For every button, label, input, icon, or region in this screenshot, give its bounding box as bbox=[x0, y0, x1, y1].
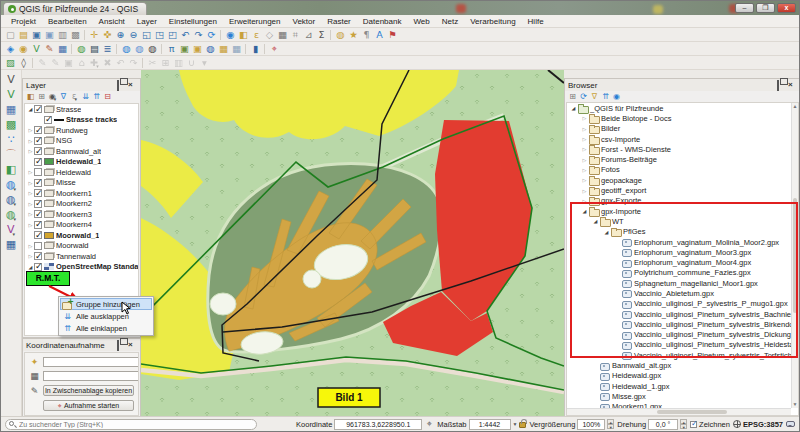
layer-visibility-checkbox[interactable] bbox=[34, 200, 42, 208]
browser-item[interactable]: WT bbox=[567, 216, 791, 226]
menu-item[interactable]: Bearbeiten bbox=[42, 16, 93, 27]
add-selected-layers-icon[interactable]: ⊞ bbox=[567, 92, 578, 102]
remove-layer-icon[interactable]: ⊟ bbox=[102, 92, 113, 102]
expander-icon[interactable] bbox=[581, 155, 588, 165]
filter-by-expression-icon[interactable]: ε bbox=[69, 92, 80, 102]
rotation-spinner[interactable]: ▲▼ bbox=[680, 419, 687, 429]
browser-item[interactable]: Heidewald.gpx bbox=[567, 371, 791, 381]
layer-visibility-checkbox[interactable] bbox=[34, 242, 42, 250]
expander-icon[interactable] bbox=[592, 216, 599, 226]
new-bookmark-icon[interactable]: ★ bbox=[347, 29, 360, 41]
expander-icon[interactable] bbox=[581, 124, 588, 134]
zoom-in-icon[interactable]: ⊕ bbox=[114, 29, 127, 41]
menu-item[interactable]: Layer bbox=[131, 16, 163, 27]
menu-item[interactable]: Datenbank bbox=[357, 16, 408, 27]
scroll-up-icon[interactable]: ▲ bbox=[792, 103, 798, 110]
add-arcgis-layer-icon[interactable]: V bbox=[4, 222, 19, 237]
locator-search[interactable] bbox=[5, 419, 257, 430]
browser-item[interactable]: Fotos bbox=[567, 165, 791, 175]
cut-features-icon[interactable]: ✂ bbox=[146, 57, 159, 69]
separator[interactable] bbox=[159, 43, 165, 55]
layer-visibility-checkbox[interactable] bbox=[34, 179, 42, 187]
magnifier-value[interactable]: 100% bbox=[577, 419, 605, 430]
track-mouse-icon[interactable]: ✎ bbox=[29, 386, 40, 396]
menu-item[interactable]: Ansicht bbox=[93, 16, 131, 27]
expander-icon[interactable] bbox=[27, 188, 34, 198]
measure-line-icon[interactable]: ⊿ bbox=[302, 29, 315, 41]
pan-to-selection-icon[interactable]: ✜ bbox=[101, 29, 114, 41]
new-virtual-layer-icon[interactable]: ▣ bbox=[178, 43, 191, 55]
add-feature-icon[interactable]: ◉ bbox=[17, 43, 30, 55]
expander-icon[interactable] bbox=[27, 178, 34, 188]
browser-item[interactable]: geopackage bbox=[567, 175, 791, 185]
float-panel-button[interactable] bbox=[777, 81, 786, 89]
crs-star-icon[interactable]: ✦ bbox=[29, 357, 40, 367]
add-wms-layer-icon[interactable]: ◍ bbox=[120, 43, 133, 55]
identify-features-icon[interactable]: ◉ bbox=[224, 29, 237, 41]
add-spatialite-layer-icon[interactable]: ◧ bbox=[4, 162, 19, 177]
scrollbar-thumb[interactable] bbox=[657, 410, 727, 414]
browser-item[interactable]: Vaccinio_Abietetum.gpx bbox=[567, 288, 791, 298]
attribute-table-icon[interactable]: ▦ bbox=[276, 29, 289, 41]
menu-item[interactable]: Hilfe bbox=[522, 16, 550, 27]
copy-to-clipboard-button[interactable]: In Zwischenablage kopieren bbox=[43, 385, 134, 396]
style-copy-icon[interactable]: ✎ bbox=[43, 43, 56, 55]
save-project-icon[interactable]: ▣ bbox=[30, 29, 43, 41]
browser-item[interactable]: Vaccinio_uliginosi_Pinetum_sylvestris_Di… bbox=[567, 330, 791, 340]
layer-visibility-checkbox[interactable] bbox=[34, 221, 42, 229]
layer-tree-row[interactable]: Strasse bbox=[25, 104, 138, 115]
layer-tree-row[interactable]: Tannenwald bbox=[25, 251, 138, 262]
menu-item[interactable]: Raster bbox=[321, 16, 357, 27]
expand-all-icon[interactable]: ⇊ bbox=[80, 92, 91, 102]
separator[interactable] bbox=[69, 43, 75, 55]
copy-features-icon[interactable]: ⊞ bbox=[159, 57, 172, 69]
separator[interactable] bbox=[114, 43, 120, 55]
expander-icon[interactable] bbox=[570, 103, 577, 113]
add-polygon-feature-icon[interactable]: ⌂ bbox=[75, 57, 88, 69]
expander-icon[interactable] bbox=[27, 251, 34, 261]
rotation-value[interactable]: 0,0 ° bbox=[648, 419, 678, 430]
add-vector-layer-icon[interactable]: V bbox=[4, 87, 19, 102]
open-project-icon[interactable]: ▤ bbox=[17, 29, 30, 41]
map-canvas[interactable]: Bild 1 bbox=[141, 70, 564, 418]
qgis-resources-icon[interactable]: ◍ bbox=[75, 43, 88, 55]
scale-value[interactable]: 1:4442 bbox=[469, 419, 511, 430]
browser-item[interactable]: Misse.gpx bbox=[567, 391, 791, 401]
delete-selected-icon[interactable]: ✖ bbox=[101, 57, 114, 69]
layer-tree-row[interactable]: Strasse tracks bbox=[25, 115, 138, 126]
browser-item[interactable]: _QGIS für Pilzfreunde bbox=[567, 103, 791, 113]
menu-item[interactable]: Projekt bbox=[5, 16, 42, 27]
add-group-icon[interactable]: ⊞ bbox=[36, 92, 47, 102]
float-panel-button[interactable] bbox=[117, 341, 126, 349]
messages-icon[interactable] bbox=[786, 421, 795, 427]
zoom-last-icon[interactable]: ↶ bbox=[179, 29, 192, 41]
open-layer-styling-icon[interactable]: ◧ bbox=[25, 92, 36, 102]
menu-item[interactable]: Einstellungen bbox=[163, 16, 223, 27]
add-raster-layer-icon[interactable]: ▦ bbox=[4, 102, 19, 117]
layer-visibility-checkbox[interactable] bbox=[34, 189, 42, 197]
browser-item[interactable]: Polytrichum_commune_Fazies.gpx bbox=[567, 268, 791, 278]
expander-icon[interactable] bbox=[581, 186, 588, 196]
snapping-options-icon[interactable]: ∪ bbox=[185, 57, 198, 69]
raster-calculator-icon[interactable]: ▦ bbox=[56, 43, 69, 55]
add-delimited-text-icon[interactable]: ∵ bbox=[4, 132, 19, 147]
expander-icon[interactable] bbox=[27, 125, 34, 135]
layer-tree-row[interactable]: NSG bbox=[25, 136, 138, 147]
layer-visibility-checkbox[interactable] bbox=[34, 263, 42, 271]
open-data-source-manager-icon[interactable]: V bbox=[4, 72, 19, 87]
layer-visibility-checkbox[interactable] bbox=[34, 168, 42, 176]
layer-visibility-checkbox[interactable] bbox=[34, 105, 42, 113]
browser-item[interactable]: Vaccinio_uliginosi_Pinetum_sylvestris_To… bbox=[567, 350, 791, 360]
map-coordinate-field[interactable] bbox=[43, 371, 139, 381]
browser-item[interactable]: Eriophorum_vaginatum_Moor3.gpx bbox=[567, 247, 791, 257]
zoom-out-icon[interactable]: ⊖ bbox=[127, 29, 140, 41]
zoom-full-icon[interactable]: ◱ bbox=[140, 29, 153, 41]
select-features-icon[interactable]: ◧ bbox=[237, 29, 250, 41]
toggle-editing-icon[interactable]: ✎ bbox=[49, 57, 62, 69]
vertex-tool-icon[interactable]: ✚ bbox=[88, 57, 101, 69]
refresh-browser-icon[interactable]: ⟳ bbox=[578, 92, 589, 102]
menu-item[interactable]: Netz bbox=[436, 16, 464, 27]
magnifier-spinner[interactable]: ▲▼ bbox=[607, 419, 614, 429]
layer-visibility-checkbox[interactable] bbox=[34, 147, 42, 155]
map-navigation-icon[interactable]: ▨ bbox=[4, 57, 17, 69]
